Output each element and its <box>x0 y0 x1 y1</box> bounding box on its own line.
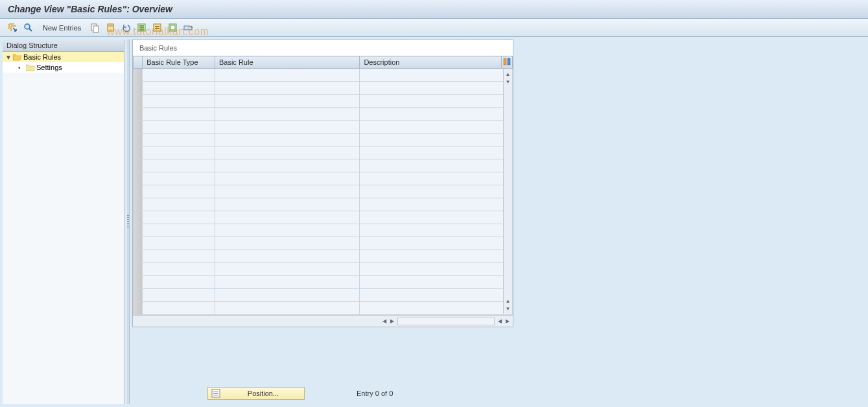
cell-basic-rule[interactable] <box>215 289 359 302</box>
table-row[interactable] <box>134 185 513 198</box>
table-row[interactable] <box>134 172 513 185</box>
cell-description[interactable] <box>360 95 513 108</box>
cell-rule-type[interactable] <box>143 146 215 159</box>
cell-description[interactable] <box>360 224 513 237</box>
copy-icon[interactable] <box>89 21 102 34</box>
delete-icon[interactable] <box>104 21 117 34</box>
cell-description[interactable] <box>360 121 513 134</box>
scroll-up-arrow[interactable]: ▲ <box>504 70 512 78</box>
row-selector[interactable] <box>134 302 143 315</box>
row-selector[interactable] <box>134 250 143 263</box>
cell-basic-rule[interactable] <box>215 134 359 146</box>
cell-basic-rule[interactable] <box>215 263 359 276</box>
row-selector[interactable] <box>134 185 143 198</box>
table-row[interactable] <box>134 302 513 315</box>
cell-rule-type[interactable] <box>143 263 215 276</box>
row-selector[interactable] <box>134 82 143 95</box>
cell-description[interactable] <box>360 108 513 121</box>
cell-basic-rule[interactable] <box>215 198 359 211</box>
transport-icon[interactable] <box>182 21 195 34</box>
table-row[interactable] <box>134 121 513 134</box>
cell-rule-type[interactable] <box>143 237 215 250</box>
scroll-up-arrow-alt[interactable]: ▼ <box>504 78 512 86</box>
cell-rule-type[interactable] <box>143 159 215 172</box>
table-row[interactable] <box>134 224 513 237</box>
table-row[interactable] <box>134 198 513 211</box>
cell-basic-rule[interactable] <box>215 69 359 82</box>
row-selector[interactable] <box>134 159 143 172</box>
row-selector[interactable] <box>134 95 143 108</box>
cell-rule-type[interactable] <box>143 211 215 224</box>
cell-rule-type[interactable] <box>143 69 215 82</box>
find-icon[interactable] <box>22 21 35 34</box>
cell-description[interactable] <box>360 276 513 289</box>
cell-basic-rule[interactable] <box>215 108 359 121</box>
cell-basic-rule[interactable] <box>215 95 359 108</box>
cell-basic-rule[interactable] <box>215 302 359 315</box>
cell-basic-rule[interactable] <box>215 250 359 263</box>
row-selector[interactable] <box>134 276 143 289</box>
cell-description[interactable] <box>360 159 513 172</box>
select-block-icon[interactable] <box>151 21 164 34</box>
hscroll-track[interactable] <box>397 318 495 325</box>
row-selector[interactable] <box>134 69 143 82</box>
cell-rule-type[interactable] <box>143 185 215 198</box>
select-all-icon[interactable] <box>135 21 148 34</box>
undo-icon[interactable] <box>120 21 133 34</box>
cell-basic-rule[interactable] <box>215 237 359 250</box>
cell-basic-rule[interactable] <box>215 211 359 224</box>
cell-description[interactable] <box>360 69 513 82</box>
cell-rule-type[interactable] <box>143 172 215 185</box>
deselect-all-icon[interactable] <box>167 21 180 34</box>
cell-basic-rule[interactable] <box>215 121 359 134</box>
table-row[interactable] <box>134 82 513 95</box>
cell-description[interactable] <box>360 134 513 146</box>
cell-basic-rule[interactable] <box>215 159 359 172</box>
column-header-basic-rule[interactable]: Basic Rule <box>215 56 359 69</box>
vertical-scrollbar[interactable]: ▲ ▼ ▲ ▼ <box>503 69 512 314</box>
cell-description[interactable] <box>360 250 513 263</box>
cell-description[interactable] <box>360 302 513 315</box>
cell-rule-type[interactable] <box>143 276 215 289</box>
tree-item-basic-rules[interactable]: ▼ Basic Rules <box>3 52 124 62</box>
cell-rule-type[interactable] <box>143 224 215 237</box>
horizontal-scrollbar[interactable]: ◀ ▶ ◀ ▶ <box>133 315 513 327</box>
cell-description[interactable] <box>360 185 513 198</box>
table-row[interactable] <box>134 134 513 146</box>
cell-description[interactable] <box>360 211 513 224</box>
row-selector[interactable] <box>134 198 143 211</box>
cell-basic-rule[interactable] <box>215 224 359 237</box>
toggle-display-icon[interactable] <box>6 21 19 34</box>
cell-description[interactable] <box>360 82 513 95</box>
cell-basic-rule[interactable] <box>215 82 359 95</box>
cell-rule-type[interactable] <box>143 250 215 263</box>
table-row[interactable] <box>134 276 513 289</box>
cell-description[interactable] <box>360 237 513 250</box>
scroll-right-icon[interactable]: ◀ <box>496 318 504 325</box>
row-selector[interactable] <box>134 134 143 146</box>
table-row[interactable] <box>134 250 513 263</box>
table-row[interactable] <box>134 211 513 224</box>
cell-basic-rule[interactable] <box>215 185 359 198</box>
table-row[interactable] <box>134 146 513 159</box>
row-selector[interactable] <box>134 146 143 159</box>
cell-description[interactable] <box>360 289 513 302</box>
cell-rule-type[interactable] <box>143 198 215 211</box>
cell-rule-type[interactable] <box>143 121 215 134</box>
row-selector[interactable] <box>134 289 143 302</box>
row-selector[interactable] <box>134 224 143 237</box>
cell-basic-rule[interactable] <box>215 146 359 159</box>
tree-collapse-icon[interactable]: ▼ <box>5 54 12 61</box>
row-selector-header[interactable] <box>134 56 143 69</box>
cell-rule-type[interactable] <box>143 95 215 108</box>
table-row[interactable] <box>134 108 513 121</box>
table-row[interactable] <box>134 159 513 172</box>
cell-basic-rule[interactable] <box>215 172 359 185</box>
cell-description[interactable] <box>360 172 513 185</box>
tree-item-settings[interactable]: • Settings <box>3 62 124 73</box>
column-header-description[interactable]: Description <box>360 56 501 69</box>
scroll-right-last-icon[interactable]: ▶ <box>504 318 511 325</box>
cell-description[interactable] <box>360 263 513 276</box>
cell-rule-type[interactable] <box>143 302 215 315</box>
cell-rule-type[interactable] <box>143 108 215 121</box>
